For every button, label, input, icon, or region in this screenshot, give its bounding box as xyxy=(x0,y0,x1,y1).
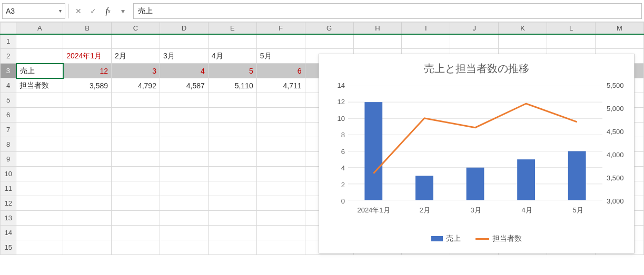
cell[interactable] xyxy=(63,211,112,226)
row-header[interactable]: 4 xyxy=(1,78,16,93)
cell[interactable] xyxy=(208,123,256,137)
cell[interactable] xyxy=(256,152,305,167)
cancel-icon[interactable]: ✕ xyxy=(72,4,85,18)
cell[interactable] xyxy=(256,196,305,211)
cell[interactable] xyxy=(112,167,160,181)
cell[interactable] xyxy=(16,211,63,226)
cell[interactable] xyxy=(112,240,160,255)
name-box[interactable]: A3 ▾ xyxy=(2,3,65,19)
cell[interactable] xyxy=(208,152,256,167)
cell[interactable]: 担当者数 xyxy=(16,78,63,93)
cell[interactable] xyxy=(112,34,160,49)
select-all-corner[interactable] xyxy=(1,23,16,34)
col-header[interactable]: F xyxy=(256,23,305,34)
cell[interactable]: 4,792 xyxy=(112,78,160,93)
cell[interactable] xyxy=(16,167,63,181)
row-header[interactable]: 10 xyxy=(1,167,16,181)
chevron-down-icon[interactable]: ▾ xyxy=(59,8,62,14)
cell[interactable] xyxy=(547,34,596,49)
cell[interactable] xyxy=(402,34,450,49)
row-header[interactable]: 15 xyxy=(1,240,16,255)
cell[interactable] xyxy=(112,123,160,137)
row-header[interactable]: 9 xyxy=(1,152,16,167)
cell[interactable] xyxy=(16,226,63,240)
cell[interactable] xyxy=(160,167,208,181)
cell[interactable] xyxy=(160,152,208,167)
row-header[interactable]: 8 xyxy=(1,137,16,152)
col-header[interactable]: D xyxy=(160,23,208,34)
cell[interactable] xyxy=(63,123,112,137)
cell[interactable] xyxy=(63,240,112,255)
cell[interactable]: 4,587 xyxy=(160,78,208,93)
cell[interactable] xyxy=(256,226,305,240)
cell[interactable] xyxy=(16,49,63,64)
col-header[interactable]: K xyxy=(499,23,547,34)
formula-input[interactable]: 売上 xyxy=(133,3,642,19)
cell[interactable] xyxy=(256,108,305,123)
cell[interactable] xyxy=(16,93,63,108)
cell[interactable] xyxy=(256,123,305,137)
cell[interactable] xyxy=(112,211,160,226)
cell[interactable] xyxy=(63,137,112,152)
cell[interactable] xyxy=(208,240,256,255)
cell[interactable] xyxy=(112,108,160,123)
cell[interactable] xyxy=(160,108,208,123)
cell[interactable] xyxy=(160,240,208,255)
row-header[interactable]: 5 xyxy=(1,93,16,108)
cell[interactable] xyxy=(63,181,112,196)
cell[interactable] xyxy=(63,196,112,211)
col-header[interactable]: B xyxy=(63,23,112,34)
col-header[interactable]: I xyxy=(402,23,450,34)
cell[interactable] xyxy=(160,93,208,108)
cell[interactable]: 3 xyxy=(112,64,160,78)
cell[interactable] xyxy=(63,226,112,240)
cell[interactable] xyxy=(63,167,112,181)
col-header[interactable]: G xyxy=(305,23,353,34)
cell[interactable] xyxy=(160,226,208,240)
enter-icon[interactable]: ✓ xyxy=(87,4,100,18)
row-header[interactable]: 2 xyxy=(1,49,16,64)
cell[interactable] xyxy=(16,123,63,137)
cell[interactable] xyxy=(63,93,112,108)
cell[interactable] xyxy=(256,167,305,181)
cell[interactable] xyxy=(208,137,256,152)
chevron-down-icon[interactable]: ▾ xyxy=(116,4,129,18)
cell[interactable] xyxy=(208,196,256,211)
spreadsheet-grid[interactable]: A B C D E F G H I J K L M 122024年1月2月3月4… xyxy=(0,22,644,255)
row-header[interactable]: 7 xyxy=(1,123,16,137)
cell[interactable] xyxy=(208,34,256,49)
cell[interactable] xyxy=(208,167,256,181)
cell[interactable] xyxy=(256,34,305,49)
cell[interactable] xyxy=(112,181,160,196)
cell[interactable] xyxy=(112,137,160,152)
cell[interactable]: 2024年1月 xyxy=(63,49,112,64)
cell[interactable] xyxy=(256,240,305,255)
col-header[interactable]: H xyxy=(353,23,402,34)
row-header[interactable]: 13 xyxy=(1,211,16,226)
cell[interactable] xyxy=(112,152,160,167)
cell[interactable]: 3,589 xyxy=(63,78,112,93)
cell[interactable]: 6 xyxy=(256,64,305,78)
cell[interactable] xyxy=(208,93,256,108)
cell[interactable]: 4 xyxy=(160,64,208,78)
cell[interactable]: 2月 xyxy=(112,49,160,64)
cell[interactable]: 4,711 xyxy=(256,78,305,93)
cell[interactable] xyxy=(353,34,402,49)
cell[interactable] xyxy=(208,181,256,196)
cell[interactable] xyxy=(256,137,305,152)
cell[interactable] xyxy=(208,226,256,240)
cell[interactable] xyxy=(256,211,305,226)
row-header[interactable]: 6 xyxy=(1,108,16,123)
cell[interactable] xyxy=(160,34,208,49)
cell[interactable] xyxy=(450,34,499,49)
cell[interactable]: 5月 xyxy=(256,49,305,64)
cell[interactable]: 5,110 xyxy=(208,78,256,93)
cell[interactable]: 5 xyxy=(208,64,256,78)
cell[interactable] xyxy=(63,34,112,49)
cell[interactable]: 12 xyxy=(63,64,112,78)
row-header[interactable]: 12 xyxy=(1,196,16,211)
col-header[interactable]: J xyxy=(450,23,499,34)
cell[interactable] xyxy=(16,152,63,167)
cell[interactable] xyxy=(208,108,256,123)
cell[interactable] xyxy=(112,196,160,211)
